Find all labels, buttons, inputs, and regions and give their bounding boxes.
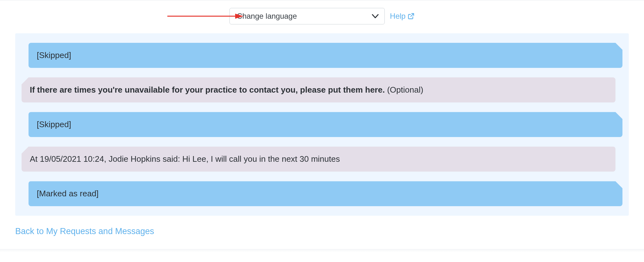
back-to-requests-label: Back to My Requests and Messages [15, 226, 154, 236]
help-link[interactable]: Help [390, 12, 414, 21]
change-language-label: Change language [237, 12, 297, 21]
back-to-requests-link[interactable]: Back to My Requests and Messages [15, 226, 154, 236]
external-link-icon [408, 13, 415, 20]
chevron-down-icon [372, 14, 379, 18]
message-bubble: [Skipped] [29, 112, 622, 137]
message-text: If there are times you're unavailable fo… [30, 85, 387, 95]
message-text: [Marked as read] [37, 189, 99, 198]
help-link-label: Help [390, 12, 405, 21]
change-language-select[interactable]: Change language [229, 8, 385, 24]
message-text: [Skipped] [37, 50, 71, 60]
message-text: (Optional) [387, 85, 423, 95]
annotation-arrow [167, 13, 243, 19]
message-text: [Skipped] [37, 120, 71, 129]
message-thread: [Skipped] If there are times you're unav… [15, 33, 629, 216]
message-bubble: If there are times you're unavailable fo… [22, 77, 615, 102]
svg-marker-1 [235, 14, 243, 19]
page-divider [0, 249, 644, 252]
message-bubble: [Marked as read] [29, 181, 622, 206]
message-bubble: [Skipped] [29, 43, 622, 68]
message-text: At 19/05/2021 10:24, Jodie Hopkins said:… [30, 154, 340, 164]
message-bubble: At 19/05/2021 10:24, Jodie Hopkins said:… [22, 147, 615, 172]
